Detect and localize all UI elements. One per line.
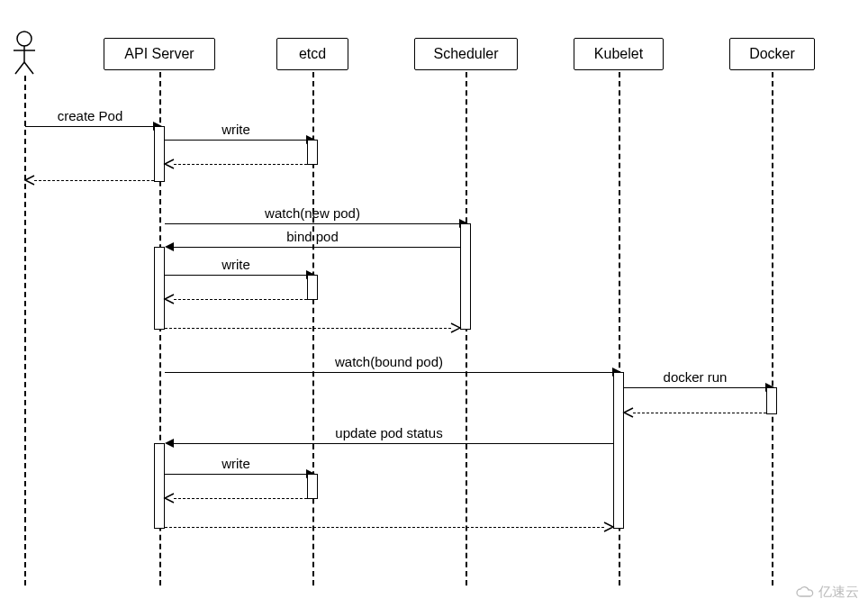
arrow-bind-pod <box>174 247 460 248</box>
arrow-watch-new-pod <box>165 223 459 224</box>
arrow-watch-bound-pod <box>165 372 612 373</box>
activation-api-2 <box>154 247 165 330</box>
label-create-pod: create Pod <box>58 108 123 123</box>
label-docker-run: docker run <box>664 369 728 385</box>
watermark-text: 亿速云 <box>818 584 859 601</box>
lifeline-actor <box>24 76 26 585</box>
svg-point-0 <box>17 32 32 46</box>
activation-docker <box>766 387 777 414</box>
participant-scheduler: Scheduler <box>414 38 518 70</box>
activation-scheduler <box>460 223 471 330</box>
lifeline-docker <box>772 72 773 585</box>
return-docker-kubelet <box>633 413 766 413</box>
participant-etcd: etcd <box>276 38 348 70</box>
label-write-2: write <box>222 257 250 272</box>
activation-kubelet <box>613 372 624 529</box>
label-watch-new-pod: watch(new pod) <box>265 205 360 221</box>
return-etcd-api-1 <box>174 164 307 165</box>
svg-line-4 <box>24 62 33 74</box>
label-update-pod-status: update pod status <box>335 425 442 440</box>
svg-marker-12 <box>165 439 174 448</box>
svg-marker-8 <box>165 242 174 251</box>
activation-etcd-1 <box>307 140 318 165</box>
return-api-kubelet <box>165 527 604 528</box>
svg-line-3 <box>15 62 24 74</box>
participant-docker: Docker <box>729 38 815 70</box>
return-etcd-api-2 <box>174 299 307 300</box>
arrow-create-pod <box>25 126 153 127</box>
arrow-write-3 <box>165 474 306 475</box>
activation-api-1 <box>154 126 165 182</box>
participant-kubelet: Kubelet <box>574 38 664 70</box>
label-bind-pod: bind pod <box>286 229 339 244</box>
sequence-diagram: API Server etcd Scheduler Kubelet Docker… <box>0 0 868 608</box>
watermark: 亿速云 <box>795 584 859 601</box>
return-api-actor <box>34 180 154 181</box>
label-watch-bound-pod: watch(bound pod) <box>335 354 443 369</box>
activation-api-3 <box>154 443 165 529</box>
actor-figure <box>11 31 38 79</box>
activation-etcd-3 <box>307 474 318 499</box>
return-etcd-api-3 <box>174 498 307 499</box>
arrow-write-1 <box>165 140 306 141</box>
label-write-1: write <box>222 122 250 137</box>
arrow-docker-run <box>624 387 765 388</box>
return-api-scheduler <box>165 328 451 329</box>
cloud-icon <box>795 585 815 600</box>
participant-api-server: API Server <box>104 38 215 70</box>
activation-etcd-2 <box>307 275 318 300</box>
label-write-3: write <box>222 456 250 471</box>
arrow-write-2 <box>165 275 306 276</box>
arrow-update-pod-status <box>174 443 613 444</box>
